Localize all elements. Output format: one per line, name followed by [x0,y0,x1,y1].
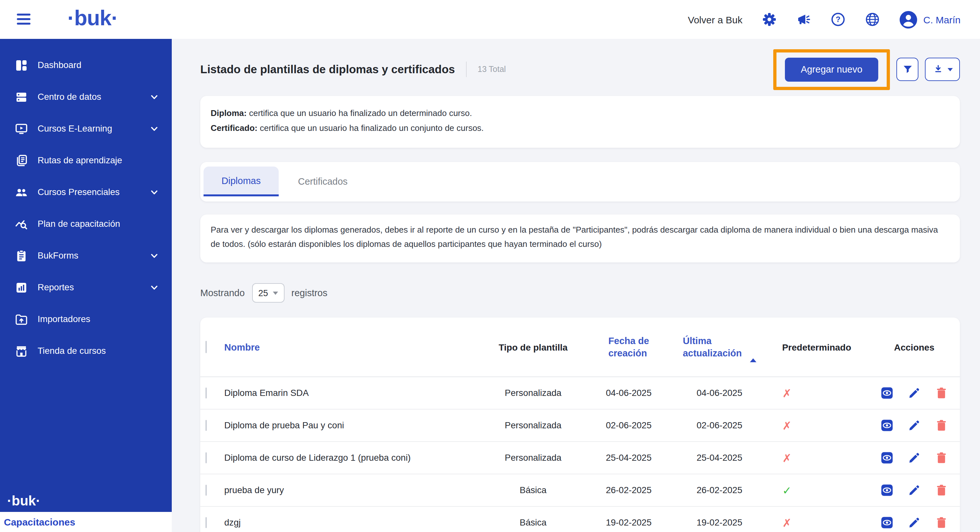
template-name: dzgj [220,518,483,527]
delete-button[interactable] [935,387,948,399]
column-header-nombre[interactable]: Nombre [220,342,483,352]
default-yes-icon: ✓ [782,484,792,497]
sidebar-item-reportes[interactable]: Reportes [0,272,172,303]
sidebar-item-cursos-presenciales[interactable]: Cursos Presenciales [0,176,172,208]
sidebar-item-icon [15,154,28,167]
sidebar-item-label: Rutas de aprendizaje [38,156,122,165]
column-header-tipo: Tipo de plantilla [483,342,583,352]
row-checkbox[interactable] [205,517,207,528]
template-type: Personalizada [483,453,583,463]
sidebar-item-label: Dashboard [38,60,81,70]
globe-icon[interactable] [865,12,880,27]
sidebar-item-icon [15,281,28,294]
filter-button[interactable] [896,58,918,81]
gear-icon[interactable] [762,12,777,27]
menu-icon[interactable] [17,14,30,25]
column-header-predeterminado: Predeterminado [765,342,869,352]
sidebar: Dashboard Centro de datos Cursos E-Learn… [0,39,172,512]
download-icon [932,64,943,75]
preview-button[interactable] [881,419,893,432]
tab-certificados[interactable]: Certificados [279,167,367,196]
add-new-button[interactable]: Agregar nuevo [785,57,878,81]
module-capacitaciones-link[interactable]: Capacitaciones [4,516,75,527]
eye-icon [881,452,893,464]
column-header-ultima-actualizacion[interactable]: Últimaactualización [674,335,765,359]
help-icon[interactable] [831,12,845,27]
table-body: Diploma Emarin SDA Personalizada 04-06-2… [200,377,960,532]
tab-diplomas[interactable]: Diplomas [204,167,279,196]
chevron-down-icon [150,124,159,133]
created-date: 04-06-2025 [583,388,674,398]
sidebar-item-dashboard[interactable]: Dashboard [0,49,172,81]
table-row: dzgj Básica 19-02-2025 19-02-2025 ✓ ✗ [200,507,960,532]
sidebar-item-icon [15,218,28,230]
chevron-down-icon [150,187,159,197]
pencil-icon [908,484,920,496]
column-header-fecha-creacion[interactable]: Fecha decreación [583,335,674,359]
buk-logo: ·buk· [67,6,118,30]
row-checkbox[interactable] [205,420,207,431]
sidebar-item-centro-de-datos[interactable]: Centro de datos [0,81,172,113]
sidebar-item-cursos-e-learning[interactable]: Cursos E-Learning [0,113,172,145]
row-checkbox[interactable] [205,485,207,496]
table-row: Diploma Emarin SDA Personalizada 04-06-2… [200,377,960,410]
sidebar-item-bukforms[interactable]: BukForms [0,240,172,272]
megaphone-icon[interactable] [797,12,811,27]
delete-button[interactable] [935,484,948,496]
tabs-card: Diplomas Certificados [200,162,960,202]
page-size-value: 25 [258,288,268,298]
edit-button[interactable] [908,387,920,399]
created-date: 02-06-2025 [583,421,674,430]
caret-down-icon [272,291,278,294]
sidebar-item-tienda-de-cursos[interactable]: Tienda de cursos [0,335,172,367]
template-name: Diploma de curso de Liderazgo 1 (prueba … [220,453,483,463]
table-header-row: Nombre Tipo de plantilla Fecha decreació… [200,318,960,377]
row-checkbox[interactable] [205,387,207,399]
chevron-down-icon [150,283,159,292]
edit-button[interactable] [908,516,920,529]
preview-button[interactable] [881,387,893,399]
sidebar-item-icon [15,345,28,357]
delete-button[interactable] [935,419,948,432]
edit-button[interactable] [908,484,920,496]
default-no-icon: ✗ [782,386,792,400]
caret-down-icon [947,68,953,71]
edit-button[interactable] [908,419,920,432]
back-to-buk-link[interactable]: Volver a Buk [688,14,743,25]
sidebar-item-label: Importadores [38,314,91,324]
preview-button[interactable] [881,484,893,496]
module-strip: Capacitaciones [0,512,172,532]
sidebar-item-icon [15,249,28,262]
table-row: prueba de yury Básica 26-02-2025 26-02-2… [200,474,960,507]
preview-button[interactable] [881,452,893,464]
template-type: Básica [483,518,583,527]
sidebar-item-label: Cursos Presenciales [38,187,119,197]
sidebar-item-importadores[interactable]: Importadores [0,303,172,335]
trash-icon [935,484,948,496]
default-no-icon: ✗ [782,419,792,432]
sidebar-item-icon [15,122,28,135]
select-all-checkbox[interactable] [205,340,207,353]
table-row: Diploma de curso de Liderazgo 1 (prueba … [200,442,960,474]
delete-button[interactable] [935,452,948,464]
records-label: registros [291,288,327,298]
user-menu[interactable]: C. Marín [900,11,961,28]
templates-table: Nombre Tipo de plantilla Fecha decreació… [200,318,960,532]
trash-icon [935,387,948,399]
sort-ascending-icon [749,348,756,362]
title-divider [466,62,467,77]
sidebar-item-rutas-de-aprendizaje[interactable]: Rutas de aprendizaje [0,145,172,176]
definitions-card: Diploma: certifica que un usuario ha fin… [200,96,960,148]
edit-button[interactable] [908,452,920,464]
sidebar-item-icon [15,186,28,199]
sidebar-item-plan-de-capacitación[interactable]: Plan de capacitación [0,208,172,240]
delete-button[interactable] [935,516,948,529]
row-checkbox[interactable] [205,452,207,463]
page-size-select[interactable]: 25 [252,283,284,303]
top-bar: ·buk· Volver a Buk C. Marín [0,0,980,39]
preview-button[interactable] [881,516,893,529]
download-button[interactable] [925,58,960,81]
template-name: prueba de yury [220,485,483,495]
annotation-highlight-box: Agregar nuevo [773,49,890,90]
pencil-icon [908,452,920,464]
